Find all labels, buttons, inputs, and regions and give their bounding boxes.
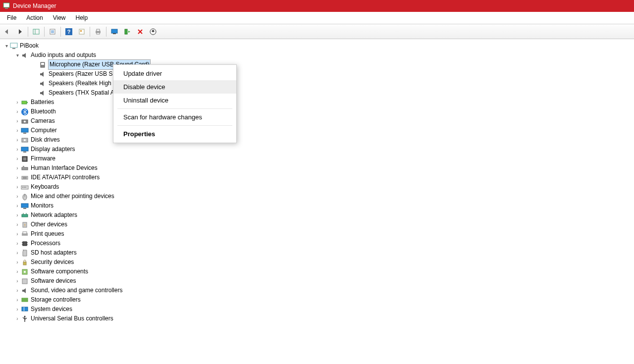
security-icon	[21, 259, 29, 266]
update-driver-button[interactable]	[147, 26, 159, 38]
svg-rect-67	[22, 307, 28, 311]
expander-icon[interactable]: ▾	[15, 51, 20, 60]
tree-category[interactable]: ›System devices	[4, 305, 630, 314]
context-scan-hardware[interactable]: Scan for hardware changes	[113, 110, 236, 124]
hid-icon	[21, 164, 29, 172]
tree-category[interactable]: ›IDE ATA/ATAPI controllers	[4, 173, 630, 182]
tree-category[interactable]: ›!Other devices	[4, 220, 630, 229]
tree-category[interactable]: ›Cameras	[4, 116, 630, 126]
expander-icon[interactable]: ›	[15, 314, 20, 323]
context-uninstall-device[interactable]: Uninstall device	[113, 94, 236, 107]
tree-category-label: Bluetooth	[31, 107, 56, 116]
svg-rect-43	[24, 187, 25, 188]
svg-rect-61	[23, 262, 26, 265]
expander-icon[interactable]: ›	[15, 258, 20, 267]
properties-button[interactable]	[47, 26, 58, 38]
expander-icon[interactable]: ›	[15, 239, 20, 248]
tree-category-label: Sound, video and game controllers	[31, 286, 122, 295]
menu-action[interactable]: Action	[21, 13, 48, 23]
tree-category[interactable]: ›Bluetooth	[4, 107, 630, 116]
print-button[interactable]	[92, 26, 104, 38]
context-disable-device[interactable]: Disable device	[113, 80, 236, 94]
expander-icon[interactable]: ›	[15, 154, 20, 163]
tree-category[interactable]: ›Display adapters	[4, 145, 630, 154]
tree-category[interactable]: ›Print queues	[4, 229, 630, 239]
tree-category-audio[interactable]: ▾ Audio inputs and outputs	[4, 51, 630, 60]
expander-icon[interactable]: ›	[15, 126, 20, 135]
device-tree[interactable]: ▾ PiBook ▾ Audio inputs and outputs Micr…	[0, 39, 634, 325]
tree-category[interactable]: ›Software components	[4, 267, 630, 276]
tree-category[interactable]: ›Mice and other pointing devices	[4, 192, 630, 201]
expander-icon[interactable]: ›	[15, 276, 20, 286]
menu-file[interactable]: File	[2, 13, 21, 23]
svg-point-27	[24, 120, 26, 122]
expander-icon[interactable]: ›	[15, 267, 20, 276]
context-menu: Update driver Disable device Uninstall d…	[113, 64, 237, 143]
tree-category[interactable]: ›Security devices	[4, 258, 630, 267]
tree-category-label: Security devices	[31, 258, 74, 267]
tree-category-label: Other devices	[31, 220, 67, 229]
expander-icon[interactable]: ›	[15, 135, 20, 145]
tree-category[interactable]: ›Software devices	[4, 276, 630, 286]
tree-category[interactable]: ›Human Interface Devices	[4, 163, 630, 173]
tree-category[interactable]: ›Storage controllers	[4, 295, 630, 305]
expander-icon[interactable]: ›	[15, 98, 20, 107]
mouse-icon	[21, 193, 29, 201]
expander-icon[interactable]: ›	[15, 248, 20, 258]
tree-category-label: Software devices	[31, 276, 76, 286]
context-update-driver[interactable]: Update driver	[113, 67, 236, 80]
svg-rect-15	[111, 29, 117, 33]
tree-category[interactable]: ›Sound, video and game controllers	[4, 286, 630, 295]
expander-icon[interactable]: ›	[15, 220, 20, 229]
expander-icon[interactable]: ›	[15, 286, 20, 295]
menu-view[interactable]: View	[48, 13, 71, 23]
remove-button[interactable]	[134, 26, 146, 38]
refresh-button[interactable]	[76, 26, 88, 38]
tree-category[interactable]: ›SD host adapters	[4, 248, 630, 258]
microphone-icon	[39, 61, 47, 69]
expander-icon[interactable]: ›	[15, 295, 20, 305]
tree-category[interactable]: ›Disk drives	[4, 135, 630, 145]
tree-category[interactable]: ›Universal Serial Bus controllers	[4, 314, 630, 323]
tree-category-label: Cameras	[31, 116, 55, 126]
back-button[interactable]	[1, 26, 13, 38]
tree-device-speakers[interactable]: Speakers (Razer USB Sound Card)	[4, 69, 630, 79]
tree-category[interactable]: ›Computer	[4, 126, 630, 135]
tree-category[interactable]: ›Processors	[4, 239, 630, 248]
svg-text:!: !	[24, 223, 25, 227]
expander-icon[interactable]: ›	[15, 145, 20, 154]
show-hide-tree-button[interactable]	[30, 26, 42, 38]
help-button[interactable]: ?	[63, 26, 75, 38]
expander-icon[interactable]: ›	[15, 201, 20, 210]
expander-icon[interactable]: ›	[15, 305, 20, 314]
tree-device-speakers[interactable]: Speakers (Realtek High Definition Audio)	[4, 79, 630, 88]
add-legacy-button[interactable]	[121, 26, 133, 38]
svg-rect-32	[21, 147, 28, 151]
svg-rect-13	[97, 29, 100, 31]
expander-icon[interactable]: ›	[15, 173, 20, 182]
tree-category[interactable]: ›Batteries	[4, 98, 630, 107]
forward-button[interactable]	[14, 26, 26, 38]
tree-category[interactable]: ›Keyboards	[4, 182, 630, 192]
svg-rect-49	[22, 214, 28, 217]
context-properties[interactable]: Properties	[113, 127, 236, 141]
ide-icon	[21, 174, 29, 182]
expander-icon[interactable]: ›	[15, 107, 20, 116]
scan-hardware-button[interactable]	[108, 26, 120, 38]
tree-category[interactable]: ›Monitors	[4, 201, 630, 210]
expander-icon[interactable]: ›	[15, 192, 20, 201]
expander-icon[interactable]: ›	[15, 210, 20, 220]
expander-icon[interactable]: ›	[15, 229, 20, 239]
tree-device-speakers[interactable]: Speakers (THX Spatial Audio)	[4, 88, 630, 98]
expander-icon[interactable]: ›	[15, 182, 20, 192]
tree-root[interactable]: ▾ PiBook	[4, 41, 630, 51]
tree-device-microphone[interactable]: Microphone (Razer USB Sound Card)	[4, 60, 630, 69]
tree-category[interactable]: ›Firmware	[4, 154, 630, 163]
tree-category-label: Keyboards	[31, 182, 59, 192]
tree-category[interactable]: ›Network adapters	[4, 210, 630, 220]
expander-icon[interactable]: ›	[15, 163, 20, 173]
tree-category-label: Human Interface Devices	[31, 163, 98, 173]
expander-icon[interactable]: ›	[15, 116, 20, 126]
menu-help[interactable]: Help	[71, 13, 93, 23]
expander-icon[interactable]: ▾	[4, 41, 9, 51]
